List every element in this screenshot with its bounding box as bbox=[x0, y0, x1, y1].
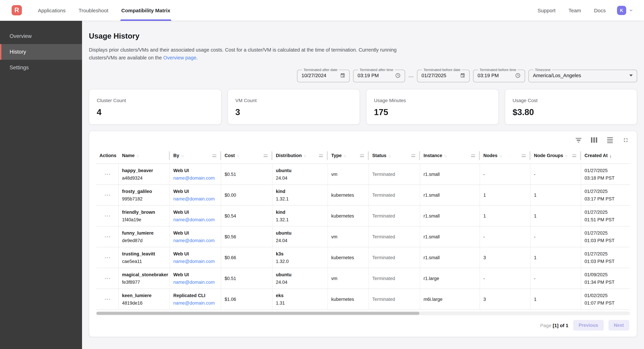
column-header-name[interactable]: Name↑↓ bbox=[118, 148, 170, 164]
account-menu-button[interactable]: K bbox=[617, 6, 634, 15]
tab-troubleshoot[interactable]: Troubleshoot bbox=[72, 0, 115, 21]
replicated-logo[interactable]: R bbox=[12, 5, 22, 15]
column-menu-icon[interactable] bbox=[572, 154, 576, 157]
link-support[interactable]: Support bbox=[531, 7, 562, 13]
column-header-created-at[interactable]: Created At↓ bbox=[581, 148, 631, 164]
link-team[interactable]: Team bbox=[562, 7, 588, 13]
density-icon[interactable] bbox=[606, 136, 614, 144]
column-menu-icon[interactable] bbox=[264, 154, 268, 157]
cluster-name: keen_lumiere bbox=[122, 293, 167, 298]
status-cell: Terminated bbox=[369, 268, 420, 289]
column-header-nodes[interactable]: Nodes↑↓ bbox=[480, 148, 530, 164]
name-cell: trusting_leavitt cae5ea11 bbox=[118, 247, 170, 268]
cost-value: $1.06 bbox=[224, 297, 269, 302]
sort-icon[interactable]: ↑↓ bbox=[388, 154, 390, 158]
row-actions-button[interactable] bbox=[100, 299, 116, 300]
distribution-version: 1.32.0 bbox=[276, 259, 325, 264]
email-link[interactable]: name@domain.com bbox=[173, 280, 218, 285]
row-actions-button[interactable] bbox=[100, 236, 116, 237]
terminated-after-time-field[interactable]: Terminated after time 03:19 PM bbox=[353, 68, 405, 82]
sort-icon[interactable]: ↑↓ bbox=[136, 154, 139, 158]
sort-desc-icon[interactable]: ↓ bbox=[610, 153, 612, 158]
column-menu-icon[interactable] bbox=[522, 154, 526, 157]
sidebar-item-settings[interactable]: Settings bbox=[0, 60, 82, 75]
column-header-distribution[interactable]: Distribution↑↓ bbox=[272, 148, 328, 164]
horizontal-scrollbar-thumb[interactable] bbox=[96, 312, 420, 315]
overview-page-link[interactable]: Overview page bbox=[163, 55, 196, 60]
created-date: 01/27/2025 bbox=[584, 189, 628, 194]
column-header-by[interactable]: By↑↓ bbox=[170, 148, 221, 164]
page-description-suffix: . bbox=[196, 55, 198, 60]
columns-icon[interactable] bbox=[590, 136, 598, 144]
stat-cards-row: Cluster Count 4 VM Count 3 Usage Minutes… bbox=[89, 89, 637, 125]
row-actions-button[interactable] bbox=[100, 215, 116, 217]
nodes-value: 1 bbox=[483, 193, 528, 198]
sort-icon[interactable]: ↑↓ bbox=[343, 154, 346, 158]
by-source: Web UI bbox=[173, 210, 218, 215]
email-link[interactable]: name@domain.com bbox=[173, 217, 218, 222]
next-page-button[interactable]: Next bbox=[608, 320, 629, 331]
calendar-icon[interactable] bbox=[340, 73, 345, 78]
column-menu-icon[interactable] bbox=[360, 154, 364, 157]
cost-cell: $0.56 bbox=[221, 227, 272, 247]
column-menu-icon[interactable] bbox=[319, 154, 323, 157]
previous-page-button[interactable]: Previous bbox=[573, 320, 604, 331]
sort-icon[interactable]: ↑↓ bbox=[444, 154, 446, 158]
distribution-version: 24.04 bbox=[276, 176, 325, 181]
email-link[interactable]: name@domain.com bbox=[173, 238, 218, 243]
horizontal-scrollbar-track[interactable] bbox=[96, 312, 630, 315]
filter-icon[interactable] bbox=[574, 136, 582, 144]
sort-icon[interactable]: ↑↓ bbox=[236, 154, 239, 158]
sort-icon[interactable]: ↑↓ bbox=[499, 154, 502, 158]
sidebar-item-history[interactable]: History bbox=[0, 44, 82, 60]
tab-compatibility-matrix[interactable]: Compatibility Matrix bbox=[115, 0, 177, 21]
by-source: Replicated CLI bbox=[173, 293, 218, 298]
pagination: Page [1] of 1 Previous Next bbox=[96, 315, 630, 336]
sort-icon[interactable]: ↑↓ bbox=[565, 154, 567, 158]
email-link[interactable]: name@domain.com bbox=[173, 176, 218, 181]
fullscreen-icon[interactable] bbox=[622, 136, 629, 144]
dropdown-arrow-icon[interactable] bbox=[629, 74, 633, 76]
email-link[interactable]: name@domain.com bbox=[173, 196, 218, 201]
status-cell: Terminated bbox=[369, 289, 420, 310]
column-header-instance[interactable]: Instance↑↓ bbox=[420, 148, 480, 164]
row-actions-button[interactable] bbox=[100, 257, 116, 258]
column-menu-icon[interactable] bbox=[212, 154, 216, 157]
status-badge: Terminated bbox=[372, 172, 417, 177]
clock-icon[interactable] bbox=[395, 73, 400, 78]
email-link[interactable]: name@domain.com bbox=[173, 259, 218, 264]
column-header-type[interactable]: Type↑↓ bbox=[328, 148, 369, 164]
created-time: 01:51 PM PST bbox=[584, 217, 628, 222]
tab-applications[interactable]: Applications bbox=[32, 0, 72, 21]
distribution-cell: ubuntu 24.04 bbox=[272, 227, 328, 247]
row-actions-button[interactable] bbox=[100, 194, 116, 196]
calendar-icon[interactable] bbox=[460, 73, 465, 78]
row-actions-button[interactable] bbox=[100, 278, 116, 279]
sort-icon[interactable]: ↑↓ bbox=[304, 154, 306, 158]
by-source: Web UI bbox=[173, 272, 218, 277]
column-header-node-groups[interactable]: Node Groups↑↓ bbox=[530, 148, 581, 164]
column-menu-icon[interactable] bbox=[411, 154, 415, 157]
email-link[interactable]: name@domain.com bbox=[173, 301, 218, 306]
terminated-before-time-field[interactable]: Terminated before time 03:19 PM bbox=[473, 68, 525, 82]
column-label: By bbox=[173, 153, 179, 158]
column-menu-icon[interactable] bbox=[471, 154, 475, 157]
usage-table: Actions Name↑↓ By↑↓ Cost↑↓ Distribution↑… bbox=[96, 148, 630, 310]
sidebar: Overview History Settings bbox=[0, 21, 82, 349]
by-source: Web UI bbox=[173, 231, 218, 236]
timezone-select[interactable]: Timezone America/Los_Angeles bbox=[528, 68, 637, 82]
terminated-after-date-field[interactable]: Terminated after date 10/27/2024 bbox=[297, 68, 350, 82]
cost-value: $0.51 bbox=[224, 172, 269, 177]
sidebar-item-overview[interactable]: Overview bbox=[0, 28, 82, 44]
terminated-before-date-field[interactable]: Terminated before date 01/27/2025 bbox=[417, 68, 470, 82]
page-label: Page bbox=[540, 323, 551, 328]
column-header-cost[interactable]: Cost↑↓ bbox=[221, 148, 272, 164]
table-body: happy_beaver a48d9324 Web UI name@domain… bbox=[96, 164, 630, 310]
column-header-status[interactable]: Status↑↓ bbox=[369, 148, 420, 164]
clock-icon[interactable] bbox=[515, 73, 520, 78]
type-cell: kubernetes bbox=[328, 247, 369, 268]
sort-icon[interactable]: ↑↓ bbox=[181, 154, 184, 158]
link-docs[interactable]: Docs bbox=[588, 7, 612, 13]
column-label: Actions bbox=[100, 153, 116, 158]
row-actions-button[interactable] bbox=[100, 174, 116, 175]
